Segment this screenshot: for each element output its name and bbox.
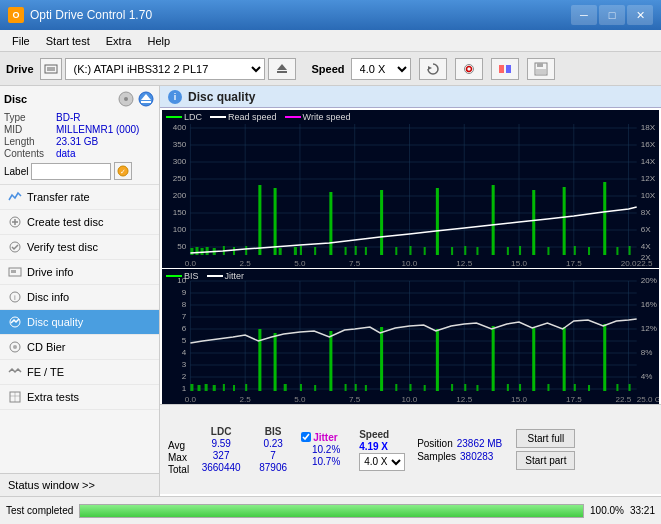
disc-quality-header: i Disc quality [160, 86, 661, 108]
maximize-button[interactable]: □ [599, 5, 625, 25]
status-window-button[interactable]: Status window >> [0, 473, 159, 496]
svg-text:20.0: 20.0 [621, 259, 637, 268]
svg-text:250: 250 [173, 174, 187, 183]
disc-header: Disc [4, 90, 155, 108]
disc-mid-value: MILLENMR1 (000) [56, 124, 139, 135]
drive-bar: Drive (K:) ATAPI iHBS312 2 PL17 Speed 4.… [0, 52, 661, 86]
svg-rect-179 [588, 385, 590, 391]
svg-text:4%: 4% [641, 372, 653, 381]
start-full-button[interactable]: Start full [516, 429, 575, 448]
drive-icon [40, 58, 62, 80]
eject-button[interactable] [268, 58, 296, 80]
disc-contents-label: Contents [4, 148, 56, 159]
color-button[interactable] [491, 58, 519, 80]
svg-rect-157 [284, 384, 287, 391]
sidebar-item-drive-info[interactable]: Drive info [0, 260, 159, 285]
progress-bar-container [79, 504, 584, 518]
app-icon: O [8, 7, 24, 23]
jitter-max: 10.7% [301, 456, 351, 467]
svg-rect-99 [574, 246, 576, 255]
disc-section: Disc Type BD-R MID MILLENMR1 (000) Lengt… [0, 86, 159, 185]
samples-value: 380283 [460, 451, 493, 462]
status-text: Test completed [6, 505, 73, 516]
svg-text:17.5: 17.5 [566, 259, 582, 268]
svg-rect-161 [345, 384, 347, 391]
ldc-avg: 9.59 [197, 438, 245, 449]
save-button[interactable] [527, 58, 555, 80]
svg-rect-93 [492, 185, 495, 255]
svg-text:14X: 14X [641, 157, 656, 166]
svg-text:2.5: 2.5 [240, 395, 252, 404]
sidebar-item-disc-info[interactable]: i Disc info [0, 285, 159, 310]
bis-legend-label: BIS [184, 271, 199, 281]
svg-rect-148 [190, 384, 193, 391]
disc-length-row: Length 23.31 GB [4, 136, 155, 147]
sidebar-item-extra-tests[interactable]: Extra tests [0, 385, 159, 410]
svg-rect-172 [492, 326, 495, 391]
drive-selector[interactable]: (K:) ATAPI iHBS312 2 PL17 [65, 58, 265, 80]
svg-rect-176 [547, 384, 549, 391]
ldc-legend: LDC [166, 112, 202, 122]
sidebar-item-label: Disc quality [27, 316, 83, 328]
sidebar-item-label: Transfer rate [27, 191, 90, 203]
sidebar-item-create-test-disc[interactable]: Create test disc [0, 210, 159, 235]
sidebar-item-verify-test-disc[interactable]: Verify test disc [0, 235, 159, 260]
ldc-col-header: LDC [197, 426, 245, 437]
jitter-checkbox[interactable] [301, 432, 311, 442]
svg-rect-86 [395, 247, 397, 255]
ldc-total: 3660440 [197, 462, 245, 473]
create-test-disc-icon [8, 215, 22, 229]
disc-info-icon: i [8, 290, 22, 304]
svg-text:12%: 12% [641, 324, 657, 333]
svg-text:16%: 16% [641, 300, 657, 309]
menu-file[interactable]: File [4, 30, 38, 51]
settings-button[interactable] [455, 58, 483, 80]
read-speed-legend: Read speed [210, 112, 277, 122]
svg-point-5 [466, 66, 471, 71]
svg-text:20%: 20% [641, 276, 657, 285]
speed-select-inline[interactable]: 4.0 X [359, 453, 405, 471]
minimize-button[interactable]: ─ [571, 5, 597, 25]
jitter-avg: 10.2% [301, 444, 351, 455]
disc-label-button[interactable]: ✓ [114, 162, 132, 180]
disc-label-input[interactable] [31, 163, 111, 180]
svg-text:100: 100 [173, 225, 187, 234]
svg-rect-81 [329, 192, 332, 255]
sidebar-item-transfer-rate[interactable]: Transfer rate [0, 185, 159, 210]
svg-text:7: 7 [182, 312, 187, 321]
sidebar-item-cd-bier[interactable]: CD Bier [0, 335, 159, 360]
speed-selector[interactable]: 4.0 X [351, 58, 411, 80]
refresh-button[interactable] [419, 58, 447, 80]
svg-rect-149 [198, 385, 201, 391]
close-button[interactable]: ✕ [627, 5, 653, 25]
drive-info-icon [8, 265, 22, 279]
svg-text:350: 350 [173, 140, 187, 149]
sidebar-item-disc-quality[interactable]: Disc quality [0, 310, 159, 335]
menu-extra[interactable]: Extra [98, 30, 140, 51]
menu-start-test[interactable]: Start test [38, 30, 98, 51]
svg-rect-169 [451, 384, 453, 391]
svg-text:15.0: 15.0 [511, 259, 527, 268]
svg-text:8X: 8X [641, 208, 652, 217]
svg-rect-87 [409, 246, 411, 255]
disc-mid-label: MID [4, 124, 56, 135]
svg-text:22.5: 22.5 [616, 395, 632, 404]
svg-text:2.5: 2.5 [240, 259, 252, 268]
jitter-col: Jitter 10.2% 10.7% [301, 432, 351, 468]
svg-text:0.0: 0.0 [185, 259, 197, 268]
svg-rect-160 [329, 331, 332, 391]
jitter-col-header: Jitter [313, 432, 337, 443]
svg-rect-90 [451, 247, 453, 255]
disc-contents-value: data [56, 148, 75, 159]
svg-rect-175 [532, 328, 535, 391]
svg-rect-83 [355, 246, 357, 255]
svg-rect-10 [537, 63, 543, 67]
sidebar-item-fe-te[interactable]: FE / TE [0, 360, 159, 385]
disc-eject-icon[interactable] [137, 90, 155, 108]
svg-rect-8 [506, 65, 511, 73]
svg-rect-3 [277, 71, 287, 73]
start-part-button[interactable]: Start part [516, 451, 575, 470]
menu-help[interactable]: Help [139, 30, 178, 51]
stats-labels-col: Avg Max Total [168, 425, 189, 475]
svg-rect-164 [380, 327, 383, 391]
